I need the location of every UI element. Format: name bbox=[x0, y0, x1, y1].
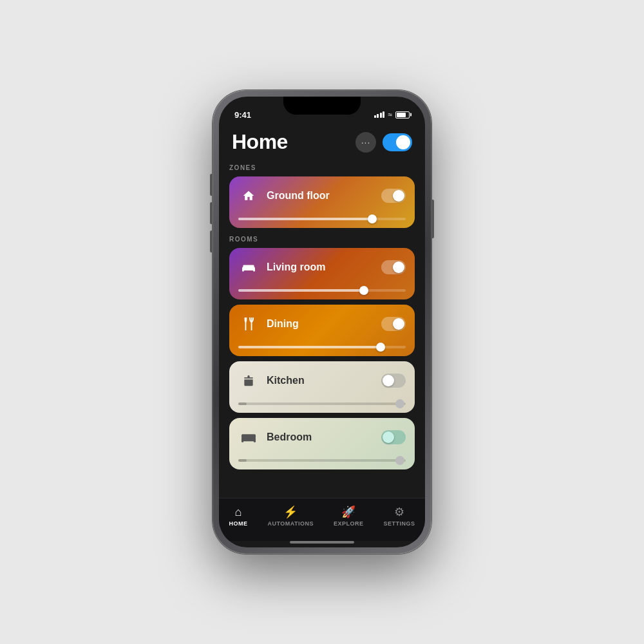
screen-content: Home ··· ZONES bbox=[219, 125, 425, 547]
home-indicator bbox=[290, 541, 354, 544]
room-card-dining[interactable]: Dining bbox=[229, 305, 415, 356]
bedroom-toggle[interactable] bbox=[381, 430, 406, 444]
phone-frame: 9:41 ≈ Home ··· bbox=[213, 90, 431, 554]
svg-rect-3 bbox=[253, 269, 255, 271]
bedroom-icon bbox=[238, 427, 259, 448]
kitchen-slider[interactable] bbox=[238, 402, 406, 405]
scroll-area[interactable]: ZONES Ground floor bbox=[219, 162, 425, 498]
card-main-kitchen: Kitchen bbox=[229, 361, 415, 400]
bedroom-slider-row bbox=[229, 457, 415, 469]
svg-rect-2 bbox=[242, 269, 244, 271]
ground-floor-slider-row bbox=[229, 215, 415, 228]
room-card-living-room[interactable]: Living room bbox=[229, 248, 415, 299]
card-main-bedroom: Bedroom bbox=[229, 418, 415, 457]
dining-slider[interactable] bbox=[238, 346, 406, 348]
svg-rect-1 bbox=[243, 265, 254, 267]
card-main-ground-floor: Ground floor bbox=[229, 176, 415, 215]
home-tab-label: HOME bbox=[229, 520, 247, 527]
room-card-kitchen[interactable]: Kitchen bbox=[229, 361, 415, 413]
wifi-icon: ≈ bbox=[388, 110, 392, 119]
kitchen-icon bbox=[238, 370, 259, 391]
ground-floor-icon bbox=[238, 185, 259, 206]
explore-tab-label: EXPLORE bbox=[334, 520, 364, 527]
rooms-section-label: ROOMS bbox=[229, 236, 415, 243]
settings-tab-label: SETTINGS bbox=[383, 520, 415, 527]
living-room-name: Living room bbox=[267, 261, 381, 273]
bedroom-name: Bedroom bbox=[267, 431, 381, 443]
status-time: 9:41 bbox=[234, 110, 251, 120]
signal-icon bbox=[374, 111, 385, 118]
page-title: Home bbox=[232, 130, 288, 154]
tab-home[interactable]: ⌂ HOME bbox=[222, 504, 254, 528]
room-card-bedroom[interactable]: Bedroom bbox=[229, 418, 415, 469]
header-actions: ··· bbox=[355, 132, 412, 153]
dining-name: Dining bbox=[267, 318, 381, 330]
ground-floor-toggle[interactable] bbox=[381, 189, 406, 203]
tab-bar: ⌂ HOME ⚡ AUTOMATIONS 🚀 EXPLORE ⚙ SETTING… bbox=[219, 498, 425, 541]
home-tab-icon: ⌂ bbox=[235, 506, 242, 519]
dining-toggle[interactable] bbox=[381, 317, 406, 331]
more-button[interactable]: ··· bbox=[355, 132, 376, 153]
svg-rect-10 bbox=[242, 440, 243, 442]
kitchen-slider-row bbox=[229, 400, 415, 413]
battery-icon bbox=[395, 111, 410, 118]
explore-tab-icon: 🚀 bbox=[341, 505, 355, 519]
phone-screen: 9:41 ≈ Home ··· bbox=[219, 97, 425, 547]
more-dots-icon: ··· bbox=[361, 137, 371, 147]
card-main-dining: Dining bbox=[229, 305, 415, 343]
ground-floor-slider[interactable] bbox=[238, 218, 406, 220]
automations-tab-label: AUTOMATIONS bbox=[267, 520, 314, 527]
ground-floor-name: Ground floor bbox=[267, 190, 381, 202]
living-room-slider-row bbox=[229, 287, 415, 299]
tab-explore[interactable]: 🚀 EXPLORE bbox=[327, 504, 370, 528]
header-area: Home ··· bbox=[219, 125, 425, 162]
svg-rect-11 bbox=[254, 440, 256, 442]
tab-automations[interactable]: ⚡ AUTOMATIONS bbox=[261, 504, 320, 528]
status-icons: ≈ bbox=[374, 110, 410, 119]
living-room-toggle[interactable] bbox=[381, 260, 406, 274]
notch bbox=[283, 97, 361, 115]
kitchen-toggle[interactable] bbox=[381, 374, 406, 388]
living-room-slider[interactable] bbox=[238, 289, 406, 292]
master-toggle[interactable] bbox=[383, 133, 412, 151]
settings-tab-icon: ⚙ bbox=[394, 505, 404, 519]
dining-icon bbox=[238, 314, 259, 334]
dining-slider-row bbox=[229, 343, 415, 356]
zones-section-label: ZONES bbox=[229, 164, 415, 171]
card-main-living-room: Living room bbox=[229, 248, 415, 287]
zone-card-ground-floor[interactable]: Ground floor bbox=[229, 176, 415, 228]
automations-tab-icon: ⚡ bbox=[283, 505, 298, 519]
living-room-icon bbox=[238, 257, 259, 278]
svg-rect-12 bbox=[242, 434, 256, 438]
tab-settings[interactable]: ⚙ SETTINGS bbox=[377, 504, 421, 528]
kitchen-name: Kitchen bbox=[267, 375, 381, 386]
bedroom-slider[interactable] bbox=[238, 459, 406, 462]
rooms-section: ROOMS Livi bbox=[229, 236, 415, 469]
